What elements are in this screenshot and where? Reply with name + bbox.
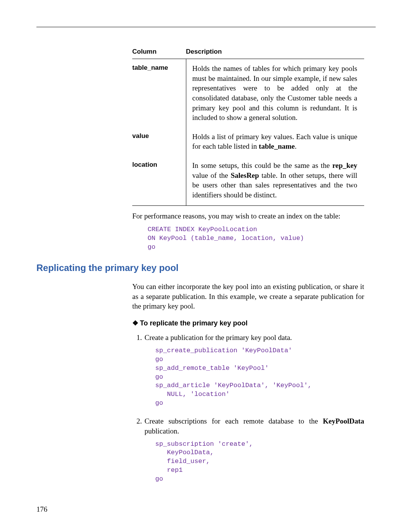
section-intro-paragraph: You can either incorporate the key pool …: [132, 282, 364, 311]
table-cell-description: Holds the names of tables for which prim…: [186, 59, 364, 127]
top-rule: [36, 27, 376, 27]
table-row: locationIn some setups, this could be th…: [132, 156, 364, 205]
table-cell-column: location: [132, 156, 186, 205]
list-item: Create subscriptions for each remote dat…: [144, 416, 364, 484]
step-text: Create subscriptions for each remote dat…: [145, 416, 364, 436]
table-header-column: Column: [132, 46, 186, 59]
table-row: valueHolds a list of primary key values.…: [132, 127, 364, 156]
table-row: table_nameHolds the names of tables for …: [132, 59, 364, 127]
procedure-heading: ❖To replicate the primary key pool: [132, 319, 364, 327]
table-cell-description: In some setups, this could be the same a…: [186, 156, 364, 205]
code-block: sp_subscription 'create', KeyPoolData, f…: [155, 440, 364, 484]
step-text: Create a publication for the primary key…: [145, 333, 364, 343]
list-item: Create a publication for the primary key…: [144, 333, 364, 408]
procedure-heading-text: To replicate the primary key pool: [140, 319, 248, 327]
column-description-table: Column Description table_nameHolds the n…: [132, 46, 364, 206]
table-cell-column: table_name: [132, 59, 186, 127]
table-cell-column: value: [132, 127, 186, 156]
table-header-row: Column Description: [132, 46, 364, 59]
section-heading: Replicating the primary key pool: [36, 263, 376, 273]
code-block-create-index: CREATE INDEX KeyPoolLocation ON KeyPool …: [148, 225, 364, 252]
section-body: You can either incorporate the key pool …: [132, 282, 364, 484]
content-column: Column Description table_nameHolds the n…: [132, 46, 364, 252]
diamond-icon: ❖: [132, 319, 138, 327]
procedure-steps: Create a publication for the primary key…: [144, 333, 364, 484]
table-header-description: Description: [186, 46, 364, 59]
table-cell-description: Holds a list of primary key values. Each…: [186, 127, 364, 156]
after-table-paragraph: For performance reasons, you may wish to…: [132, 211, 364, 221]
page-number: 176: [36, 505, 48, 514]
document-page: Column Description table_nameHolds the n…: [0, 0, 414, 532]
code-block: sp_create_publication 'KeyPoolData' go s…: [155, 346, 364, 408]
